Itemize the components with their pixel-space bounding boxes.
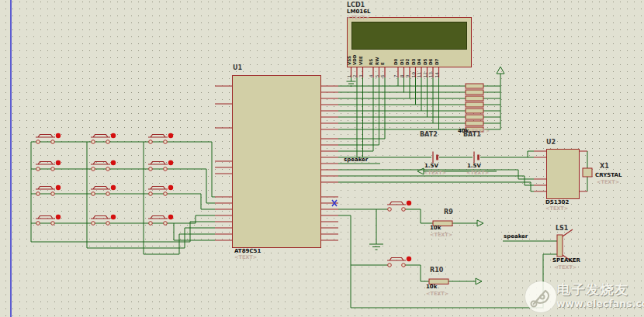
u2-x1-pin-number [577, 145, 588, 151]
pin-number: 2 [352, 75, 357, 78]
bat2-ref[interactable]: BAT2 [420, 132, 438, 139]
pin-number [321, 164, 338, 170]
bat1-text-placeholder: <TEXT> [466, 171, 489, 176]
button-indicator [111, 215, 116, 219]
resistor-body[interactable] [466, 84, 483, 88]
pin-name [256, 200, 319, 206]
u1-p3-pin-numbers [321, 191, 338, 240]
lcd-pin-numbers: 1234567891011121314 [348, 69, 442, 78]
button-indicator [111, 160, 116, 165]
button-terminal[interactable] [149, 167, 153, 171]
button-terminal[interactable] [149, 222, 153, 226]
u1-ctrl-pin-numbers [215, 155, 231, 174]
u1-p2-pin-numbers [321, 133, 338, 182]
button-terminal[interactable] [149, 140, 153, 144]
button-terminal[interactable] [51, 167, 55, 171]
pin-number [577, 185, 588, 191]
u1-ref[interactable]: U1 [233, 65, 242, 72]
r9-ref[interactable]: R9 [444, 209, 453, 216]
pin-number [531, 179, 543, 185]
button-terminal[interactable] [106, 140, 110, 144]
pin-name: VDD [352, 55, 357, 65]
r9-text-placeholder: <TEXT> [430, 233, 452, 238]
button-terminal[interactable] [106, 192, 110, 196]
pin-number: 1 [347, 75, 351, 78]
x1-ref[interactable]: X1 [600, 164, 609, 171]
pin-name [256, 114, 319, 120]
u1-p0-pin-numbers [321, 80, 338, 129]
pin-number [215, 161, 231, 167]
pin-name: VSS [347, 56, 351, 65]
watermark-title: 电子发烧友 [557, 281, 629, 298]
resistor-body[interactable] [466, 96, 483, 101]
button-indicator [168, 160, 173, 165]
resistor-body[interactable] [466, 90, 483, 95]
button-terminal[interactable] [106, 167, 110, 171]
net-label-speaker[interactable]: speaker [504, 234, 528, 240]
button-terminal[interactable] [106, 222, 110, 226]
button-terminal[interactable] [92, 140, 95, 144]
pin-name [256, 212, 319, 219]
button-terminal[interactable] [51, 192, 55, 196]
pin-number [215, 155, 231, 161]
pin-name [256, 219, 319, 225]
u1-xtal-pin-numbers [215, 80, 231, 115]
resistor-body[interactable] [466, 102, 483, 107]
r10-ref[interactable]: R10 [430, 267, 443, 274]
ls1-ref[interactable]: LS1 [556, 226, 568, 233]
pin-number [321, 123, 338, 129]
button-terminal[interactable] [402, 264, 406, 267]
resistor-body[interactable] [466, 109, 483, 113]
button-terminal[interactable] [36, 222, 40, 226]
pin-name [256, 179, 319, 185]
pin-number: 11 [417, 72, 421, 78]
button-terminal[interactable] [402, 208, 406, 212]
button-terminal[interactable] [36, 167, 40, 171]
u2-x1-pin-name [557, 148, 577, 154]
pin-number [321, 197, 338, 203]
resistor-body[interactable] [466, 115, 483, 119]
button-terminal[interactable] [164, 140, 168, 144]
button-terminal[interactable] [164, 222, 168, 226]
speaker-body[interactable] [557, 235, 563, 257]
r10-value[interactable]: 10k [426, 284, 437, 291]
r9-value[interactable]: 10k [430, 226, 441, 232]
button-indicator [111, 185, 116, 190]
button-terminal[interactable] [388, 208, 392, 212]
pin-name [557, 148, 577, 154]
pin-number [321, 133, 338, 139]
pin-number [215, 191, 231, 197]
button-terminal[interactable] [51, 140, 55, 144]
resistor-body[interactable] [466, 121, 483, 126]
watermark-logo [525, 281, 556, 312]
button-terminal[interactable] [92, 222, 95, 226]
button-terminal[interactable] [51, 222, 55, 226]
button-indicator [56, 133, 61, 138]
ls1-value[interactable]: SPEAKER [552, 258, 580, 264]
button-terminal[interactable] [92, 192, 95, 196]
button-terminal[interactable] [36, 140, 40, 144]
button-indicator [168, 133, 173, 138]
button-terminal[interactable] [149, 192, 153, 196]
pin-number [531, 145, 543, 151]
bat2-value[interactable]: 1.5V [424, 164, 438, 170]
button-terminal[interactable] [164, 192, 168, 196]
bat1-ref[interactable]: BAT1 [463, 132, 481, 139]
button-terminal[interactable] [388, 264, 392, 267]
pin-number: 6 [380, 75, 385, 78]
pin-name [256, 136, 319, 142]
button-terminal[interactable] [36, 192, 40, 196]
pin-name: RW [375, 57, 379, 65]
u1-p3-pin-names [256, 194, 319, 243]
u2-ref[interactable]: U2 [546, 140, 556, 146]
ls1-text-placeholder: <TEXT> [554, 265, 576, 270]
x1-value[interactable]: CRYSTAL [595, 173, 621, 179]
crystal-body[interactable] [583, 168, 592, 177]
pin-number [215, 234, 231, 240]
button-terminal[interactable] [92, 167, 95, 171]
pin-name [256, 231, 319, 237]
bat1-value[interactable]: 1.5V [467, 164, 481, 170]
pin-number: 4 [369, 75, 373, 78]
net-label-speaker[interactable]: speaker [344, 157, 368, 164]
button-terminal[interactable] [164, 167, 168, 171]
